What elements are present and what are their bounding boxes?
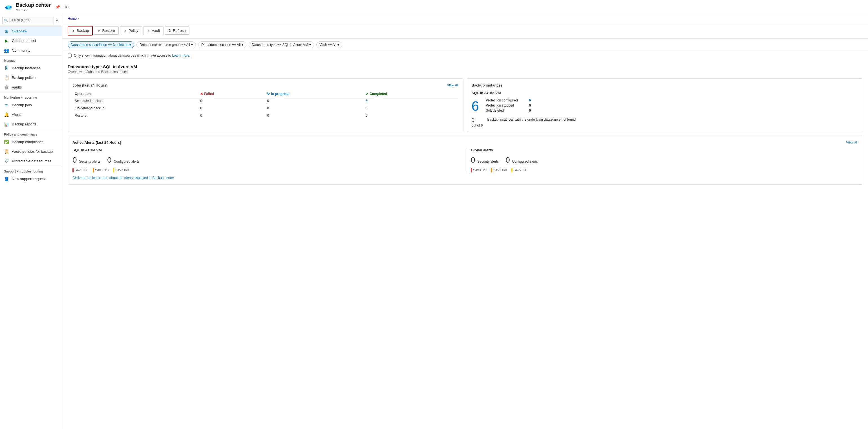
- more-options-icon[interactable]: •••: [65, 5, 69, 9]
- sidebar-item-label-backup-reports: Backup reports: [12, 122, 36, 126]
- jobs-view-all-link[interactable]: View all: [447, 83, 458, 87]
- job-completed-link-1[interactable]: 6: [366, 99, 368, 103]
- sidebar-item-vaults[interactable]: 🏛 Vaults: [0, 83, 62, 92]
- filter-bar: Datasource subscription == 3 selected ▾ …: [62, 39, 868, 51]
- breadcrumb-home-link[interactable]: Home: [68, 17, 77, 21]
- svg-point-3: [7, 5, 10, 8]
- filter-vault[interactable]: Vault == All ▾: [316, 41, 342, 48]
- bi-bottom-out-of: out of 6: [472, 123, 483, 127]
- restore-icon: ↩: [97, 28, 101, 33]
- filter-subscription[interactable]: Datasource subscription == 3 selected ▾: [68, 41, 134, 48]
- alerts-icon: 🔔: [4, 112, 9, 117]
- bi-stats: Protection configured 6 Protection stopp…: [486, 98, 531, 113]
- filter-datasource-type[interactable]: Datasource type == SQL in Azure VM ▾: [249, 41, 314, 48]
- sidebar-item-label-protectable: Protectable datasources: [12, 159, 51, 163]
- sidebar-item-label-vaults: Vaults: [12, 85, 22, 89]
- refresh-button[interactable]: ↻ Refresh: [165, 27, 189, 35]
- top-bar: Backup center Microsoft 📌 •••: [0, 0, 868, 14]
- sidebar-item-backup-reports[interactable]: 📊 Backup reports: [0, 120, 62, 129]
- alert-security-num-sql: 0: [72, 156, 77, 164]
- job-failed-2: 0: [198, 104, 265, 112]
- app-logo-icon: [4, 3, 12, 11]
- bi-bottom-number: 0: [472, 118, 483, 123]
- info-bar: Only show information about datasources …: [62, 51, 868, 60]
- sidebar-item-backup-policies[interactable]: 📋 Backup policies: [0, 73, 62, 83]
- app-subtitle: Microsoft: [16, 8, 51, 12]
- sev-item-global-1: Sev1 0/0: [491, 168, 507, 173]
- sev1-label-global: Sev1: [493, 168, 501, 172]
- page-heading: Datasource type: SQL in Azure VM: [68, 64, 862, 69]
- job-completed-3: 0: [363, 112, 458, 119]
- alert-configured-label-global: Configured alerts: [512, 159, 537, 163]
- alert-configured-num-global: 0: [505, 156, 510, 164]
- sidebar-collapse-button[interactable]: «: [54, 17, 61, 24]
- bi-bottom-desc: Backup instances with the underlying dat…: [488, 118, 576, 121]
- jobs-col-inprogress: ↻ In progress: [265, 91, 363, 97]
- sev0-value-global: 0/0: [482, 168, 487, 172]
- breadcrumb: Home ›: [62, 14, 868, 23]
- table-row: On-demand backup 0 0 0: [72, 104, 459, 112]
- sev2-value-global: 0/0: [522, 168, 527, 172]
- policy-button-label: Policy: [129, 28, 138, 33]
- bi-stat-label-1: Protection configured: [486, 98, 518, 102]
- alert-security-label-sql: Security alerts: [79, 159, 100, 163]
- job-failed-3: 0: [198, 112, 265, 119]
- backup-reports-icon: 📊: [4, 122, 9, 127]
- filter-location[interactable]: Datasource location == All ▾: [198, 41, 246, 48]
- protectable-icon: 🛡: [4, 159, 9, 164]
- jobs-card-title: View all Jobs (last 24 Hours): [72, 83, 459, 87]
- bi-stat-value-3: 0: [529, 109, 531, 113]
- filter-subscription-label: Datasource subscription == 3 selected: [71, 43, 128, 47]
- bi-stat-value-1[interactable]: 6: [529, 98, 531, 102]
- app-title: Backup center: [16, 2, 51, 8]
- sev-item-global-0: Sev0 0/0: [471, 168, 487, 173]
- table-row: Scheduled backup 0 0 6: [72, 97, 459, 104]
- filter-resource-group-chevron: ▾: [191, 43, 193, 47]
- filter-datasource-type-label: Datasource type == SQL in Azure VM: [252, 43, 308, 47]
- pin-icon[interactable]: 📌: [55, 5, 60, 9]
- sidebar-item-new-support[interactable]: 👤 New support request: [0, 174, 62, 184]
- community-icon: 👥: [4, 48, 9, 53]
- sev0-bar-sql: [72, 168, 73, 173]
- sev-item-sql-2: Sev2 0/0: [113, 168, 129, 173]
- content-area: Home › ＋ Backup ↩ Restore ＋ Policy ＋ Vau…: [62, 14, 868, 429]
- job-inprogress-1: 0: [265, 97, 363, 104]
- alerts-global-section: Global alerts 0 Security alerts 0 Config…: [471, 148, 858, 173]
- sev0-bar-global: [471, 168, 472, 173]
- vault-button[interactable]: ＋ Vault: [143, 26, 164, 35]
- sev2-label-sql: Sev2: [115, 168, 123, 172]
- policy-plus-icon: ＋: [123, 28, 127, 33]
- alerts-footer-link[interactable]: Click here to learn more about the alert…: [72, 176, 858, 180]
- filter-resource-group[interactable]: Datasource resource group == All ▾: [136, 41, 196, 48]
- alert-configured-num-sql: 0: [107, 156, 112, 164]
- alerts-sql-section: SQL in Azure VM 0 Security alerts 0 Conf…: [72, 148, 459, 173]
- sidebar-item-backup-compliance[interactable]: ✅ Backup compliance: [0, 137, 62, 147]
- search-input[interactable]: [2, 17, 54, 24]
- sidebar-nav: ⊞ Overview ▶ Getting started 👥 Community…: [0, 27, 62, 429]
- sidebar-item-overview[interactable]: ⊞ Overview: [0, 27, 62, 36]
- sidebar-item-community[interactable]: 👥 Community: [0, 45, 62, 55]
- sidebar-item-backup-instances[interactable]: 🗄 Backup instances: [0, 63, 62, 73]
- policy-button[interactable]: ＋ Policy: [120, 26, 142, 35]
- table-row: Restore 0 0 0: [72, 112, 459, 119]
- sidebar-item-label-getting-started: Getting started: [12, 39, 36, 43]
- job-completed-2: 0: [363, 104, 458, 112]
- app-title-block: Backup center Microsoft: [16, 2, 51, 12]
- alert-security-num-global: 0: [471, 156, 475, 164]
- datasource-access-checkbox[interactable]: [68, 54, 72, 58]
- sev1-label-sql: Sev1: [95, 168, 103, 172]
- sidebar-item-alerts[interactable]: 🔔 Alerts: [0, 110, 62, 120]
- alerts-global-sev-row: Sev0 0/0 Sev1 0/0 Sev2: [471, 168, 858, 173]
- sidebar-item-azure-policies[interactable]: 📜 Azure policies for backup: [0, 147, 62, 156]
- alerts-view-all-link[interactable]: View all: [846, 141, 858, 144]
- sidebar-item-backup-jobs[interactable]: ≡ Backup jobs: [0, 100, 62, 110]
- learn-more-link[interactable]: Learn more.: [172, 54, 190, 58]
- cards-row-1: View all Jobs (last 24 Hours) Operation: [68, 79, 862, 132]
- sidebar-item-protectable[interactable]: 🛡 Protectable datasources: [0, 156, 62, 166]
- sev1-value-sql: 0/0: [104, 168, 108, 172]
- job-completed-1: 6: [363, 97, 458, 104]
- sev2-value-sql: 0/0: [124, 168, 129, 172]
- sidebar-item-getting-started[interactable]: ▶ Getting started: [0, 36, 62, 45]
- restore-button[interactable]: ↩ Restore: [94, 27, 119, 35]
- backup-button[interactable]: ＋ Backup: [68, 26, 93, 35]
